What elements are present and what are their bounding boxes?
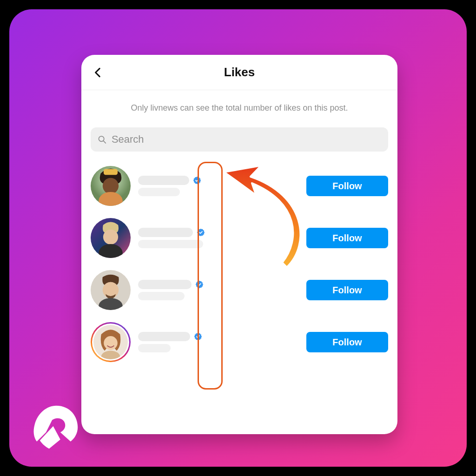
page-title: Likes xyxy=(224,65,255,79)
verified-badge-icon xyxy=(193,176,201,185)
username-redacted xyxy=(138,280,192,289)
user-name-block xyxy=(138,228,299,248)
promo-background: Likes Only livnews can see the total num… xyxy=(9,9,467,467)
username-redacted xyxy=(138,228,193,237)
username-redacted xyxy=(138,176,189,185)
display-name-redacted xyxy=(138,344,171,352)
svg-point-10 xyxy=(103,282,119,298)
display-name-redacted xyxy=(138,240,203,248)
likes-panel: Likes Only livnews can see the total num… xyxy=(81,55,397,434)
verified-badge-icon xyxy=(195,280,204,289)
back-button[interactable] xyxy=(90,64,106,81)
follow-button[interactable]: Follow xyxy=(306,228,388,248)
header: Likes xyxy=(81,55,397,90)
user-name-block xyxy=(138,332,299,352)
avatar[interactable] xyxy=(91,218,131,258)
verified-badge-icon xyxy=(197,228,205,237)
list-item: Follow xyxy=(91,264,388,316)
svg-rect-3 xyxy=(104,169,118,175)
follow-button[interactable]: Follow xyxy=(306,332,388,352)
user-name-block xyxy=(138,176,299,196)
list-item: Follow xyxy=(91,160,388,212)
search-field[interactable] xyxy=(91,127,388,152)
search-input[interactable] xyxy=(112,133,382,145)
avatar[interactable] xyxy=(91,322,131,362)
verified-badge-icon xyxy=(194,332,202,341)
user-name-block xyxy=(138,280,299,300)
svg-point-4 xyxy=(103,178,119,194)
likes-privacy-notice: Only livnews can see the total number of… xyxy=(81,90,397,126)
avatar[interactable] xyxy=(91,270,131,310)
chevron-left-icon xyxy=(92,66,104,79)
svg-point-7 xyxy=(103,230,118,245)
display-name-redacted xyxy=(138,292,185,300)
list-item: Follow xyxy=(91,316,388,368)
follow-button[interactable]: Follow xyxy=(306,280,388,300)
avatar[interactable] xyxy=(91,166,131,206)
likers-list: Follow Follow xyxy=(81,156,397,368)
svg-line-1 xyxy=(103,141,106,143)
display-name-redacted xyxy=(138,188,180,196)
svg-point-13 xyxy=(104,336,118,350)
follow-button[interactable]: Follow xyxy=(306,176,388,196)
username-redacted xyxy=(138,332,190,341)
search-icon xyxy=(97,134,107,145)
list-item: Follow xyxy=(91,212,388,264)
brand-logo-icon xyxy=(31,402,82,453)
